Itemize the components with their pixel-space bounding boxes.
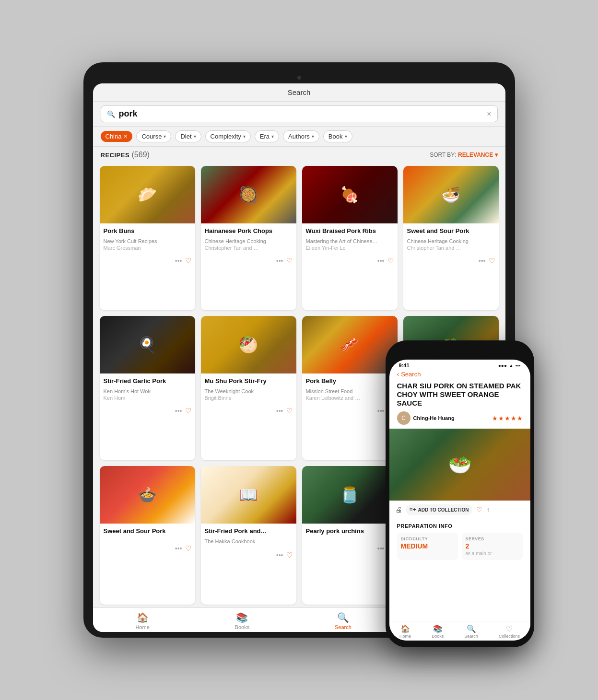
recipe-card-footer: ••• ♡ xyxy=(302,255,398,268)
recipe-book: Mission Street Food xyxy=(306,388,394,394)
filter-diet-dropdown[interactable]: Diet ▾ xyxy=(175,130,201,142)
filter-era-dropdown[interactable]: Era ▾ xyxy=(255,130,279,142)
recipe-book: Chinese Heritage Cooking xyxy=(205,238,293,244)
chevron-down-icon: ▾ xyxy=(345,134,347,139)
recipe-card-footer: ••• ♡ xyxy=(302,405,398,418)
filter-complexity-dropdown[interactable]: Complexity ▾ xyxy=(205,130,251,142)
favorite-button[interactable]: ♡ xyxy=(185,407,191,415)
more-options-button[interactable]: ••• xyxy=(377,407,385,415)
recipe-card-body: Stir-Fried Garlic Pork Ken Hom's Hot Wok… xyxy=(100,373,195,405)
phone-search-icon: 🔍 xyxy=(467,624,476,633)
filter-course-label: Course xyxy=(141,133,162,140)
favorite-button[interactable]: ♡ xyxy=(286,257,293,265)
chevron-down-icon: ▾ xyxy=(164,134,166,139)
recipe-card[interactable]: 🍜 Sweet and Sour Pork Chinese Heritage C… xyxy=(403,166,499,310)
favorite-button[interactable]: ♡ xyxy=(185,257,191,265)
difficulty-card: DIFFICULTY MEDIUM xyxy=(397,533,458,560)
filter-authors-dropdown[interactable]: Authors ▾ xyxy=(283,130,319,142)
more-options-button[interactable]: ••• xyxy=(276,551,283,559)
phone-author-info: C Ching-He Huang xyxy=(397,411,455,425)
recipe-name: Hainanese Pork Chops xyxy=(205,227,293,235)
tablet-nav-books[interactable]: 📚 Books xyxy=(235,612,250,630)
sort-by-label: SORT BY: xyxy=(430,152,456,158)
recipe-card[interactable]: 🍳 Stir-Fried Garlic Pork Ken Hom's Hot W… xyxy=(100,316,195,460)
recipe-card-body: Mu Shu Pork Stir-Fry The Weeknight Cook … xyxy=(201,373,296,405)
add-to-collection-button[interactable]: ≡+ ADD TO COLLECTION xyxy=(406,504,473,515)
recipe-card-body: Sweet and Sour Pork Chinese Heritage Coo… xyxy=(403,223,499,255)
recipe-card[interactable]: 🍖 Wuxi Braised Pork Ribs Mastering the A… xyxy=(302,166,398,310)
heart-button[interactable]: ♡ xyxy=(476,506,482,513)
recipe-author: Christopher Tan and … xyxy=(407,245,495,251)
favorite-button[interactable]: ♡ xyxy=(185,544,191,553)
recipe-name: Pork Belly xyxy=(306,377,394,385)
more-options-button[interactable]: ••• xyxy=(276,257,283,265)
recipe-card[interactable]: 🥟 Pork Buns New York Cult Recipes Marc G… xyxy=(100,166,195,310)
more-options-button[interactable]: ••• xyxy=(276,407,283,415)
recipe-card[interactable]: 🥘 Hainanese Pork Chops Chinese Heritage … xyxy=(201,166,296,310)
favorite-button[interactable]: ♡ xyxy=(489,257,495,265)
phone-nav-search[interactable]: 🔍 Search xyxy=(464,624,478,639)
recipe-author: Eileen Yin-Fei Lo xyxy=(306,245,394,251)
phone-notch xyxy=(436,346,484,358)
recipe-image: 🍲 xyxy=(100,466,195,524)
search-bar[interactable]: 🔍 pork × xyxy=(101,105,498,122)
tablet-nav-search[interactable]: 🔍 Search xyxy=(335,612,352,630)
recipe-card[interactable]: 🫙 Pearly pork urchins ••• ♡ xyxy=(302,466,398,605)
recipe-card[interactable]: 🍲 Sweet and Sour Pork ••• ♡ xyxy=(100,466,195,605)
tablet-device: Search 🔍 pork × China ✕ Course ▾ Diet ▾ xyxy=(83,62,515,638)
star-half: ★ xyxy=(517,415,523,422)
recipe-card-body: Wuxi Braised Pork Ribs Mastering the Art… xyxy=(302,223,398,255)
serves-sub: as a main or xyxy=(466,551,519,556)
favorite-button[interactable]: ♡ xyxy=(286,407,293,415)
more-options-button[interactable]: ••• xyxy=(175,407,182,415)
filter-book-dropdown[interactable]: Book ▾ xyxy=(323,130,352,142)
tablet-camera xyxy=(297,76,301,80)
more-options-button[interactable]: ••• xyxy=(479,257,486,265)
tablet-nav-books-label: Books xyxy=(235,624,250,630)
favorite-button[interactable]: ♡ xyxy=(387,257,394,265)
phone-nav-home[interactable]: 🏠 Home xyxy=(399,624,411,639)
recipe-image: 🍖 xyxy=(302,166,398,223)
recipe-card-body: Hainanese Pork Chops Chinese Heritage Co… xyxy=(201,223,296,255)
tablet-nav-home-label: Home xyxy=(135,624,149,630)
tablet-nav-home[interactable]: 🏠 Home xyxy=(135,612,149,630)
favorite-button[interactable]: ♡ xyxy=(286,551,293,560)
filter-china-chip[interactable]: China ✕ xyxy=(101,131,133,142)
more-options-button[interactable]: ••• xyxy=(377,545,385,552)
filter-chip-label: China xyxy=(106,133,122,140)
recipe-card[interactable]: 🥓 Pork Belly Mission Street Food Karen L… xyxy=(302,316,398,460)
home-icon: 🏠 xyxy=(137,612,149,623)
printer-icon[interactable]: 🖨 xyxy=(395,506,402,513)
search-query-text[interactable]: pork xyxy=(119,109,487,119)
filter-course-dropdown[interactable]: Course ▾ xyxy=(136,130,171,142)
recipe-card[interactable]: 🥙 Mu Shu Pork Stir-Fry The Weeknight Coo… xyxy=(201,316,296,460)
back-chevron-icon: ‹ xyxy=(397,370,399,378)
recipe-author: Brigit Binns xyxy=(205,395,293,401)
phone-back-nav[interactable]: ‹ Search xyxy=(389,369,530,380)
serves-card: SERVES 2 as a main or xyxy=(462,533,523,560)
phone-collections-icon: ♡ xyxy=(506,624,513,633)
share-button[interactable]: ↑ xyxy=(486,506,490,513)
recipe-card-footer: ••• ♡ xyxy=(100,405,195,418)
recipe-book: Chinese Heritage Cooking xyxy=(407,238,495,244)
serves-label: SERVES xyxy=(466,537,519,541)
phone-nav-books[interactable]: 📚 Books xyxy=(432,624,444,639)
chevron-down-icon: ▾ xyxy=(194,134,196,139)
search-clear-button[interactable]: × xyxy=(487,110,491,118)
results-title-group: RECIPES (569) xyxy=(101,151,150,159)
filter-chip-remove[interactable]: ✕ xyxy=(123,133,128,140)
recipe-image: 📖 xyxy=(201,466,296,524)
sort-value[interactable]: RELEVANCE ▾ xyxy=(458,152,497,158)
recipe-name: Sweet and Sour Pork xyxy=(407,227,495,235)
recipe-book: Ken Hom's Hot Wok xyxy=(104,388,191,394)
recipe-card[interactable]: 📖 Stir-Fried Pork and… The Hakka Cookboo… xyxy=(201,466,296,605)
prep-section-title: PREPARATION INFO xyxy=(397,523,523,529)
recipe-author: Ken Hom xyxy=(104,395,191,401)
phone-nav-collections[interactable]: ♡ Collections xyxy=(499,624,520,639)
more-options-button[interactable]: ••• xyxy=(175,545,182,552)
sort-by-group[interactable]: SORT BY: RELEVANCE ▾ xyxy=(430,152,497,158)
phone-action-bar: 🖨 ≡+ ADD TO COLLECTION ♡ ↑ xyxy=(389,501,530,519)
phone-device: 9:41 ●●● ▲ ▪▪▪ ‹ Search CHAR SIU PORK ON… xyxy=(386,340,534,647)
more-options-button[interactable]: ••• xyxy=(175,257,182,265)
more-options-button[interactable]: ••• xyxy=(377,257,385,265)
